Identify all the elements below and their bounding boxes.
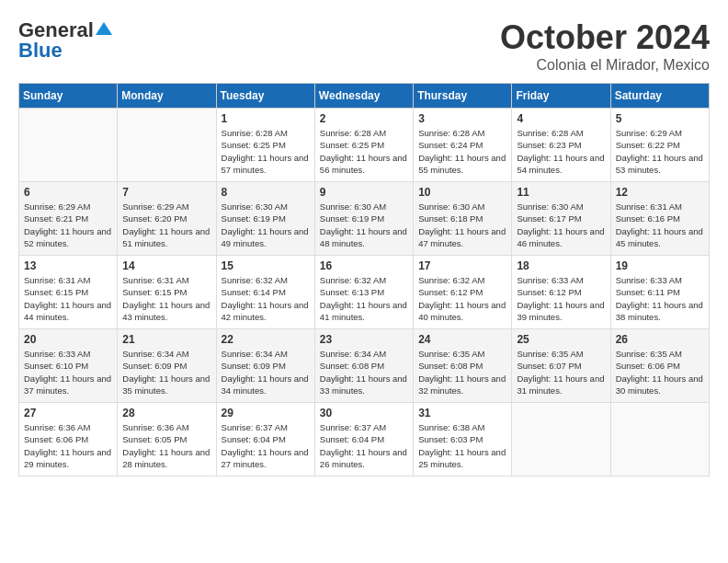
day-info: Sunrise: 6:36 AM Sunset: 6:06 PM Dayligh… (24, 421, 112, 470)
day-number: 20 (24, 333, 112, 346)
day-info: Sunrise: 6:28 AM Sunset: 6:25 PM Dayligh… (222, 127, 310, 176)
day-info: Sunrise: 6:32 AM Sunset: 6:14 PM Dayligh… (222, 274, 310, 323)
day-number: 21 (122, 333, 210, 346)
calendar-cell: 2Sunrise: 6:28 AM Sunset: 6:25 PM Daylig… (314, 109, 413, 182)
calendar-cell: 31Sunrise: 6:38 AM Sunset: 6:03 PM Dayli… (414, 403, 512, 477)
calendar-cell (118, 109, 216, 182)
calendar-table: SundayMondayTuesdayWednesdayThursdayFrid… (18, 83, 710, 477)
calendar-cell: 27Sunrise: 6:36 AM Sunset: 6:06 PM Dayli… (19, 403, 118, 477)
calendar-cell: 1Sunrise: 6:28 AM Sunset: 6:25 PM Daylig… (216, 109, 314, 182)
day-info: Sunrise: 6:37 AM Sunset: 6:04 PM Dayligh… (320, 421, 408, 470)
weekday-header-cell: Sunday (19, 84, 118, 109)
day-info: Sunrise: 6:32 AM Sunset: 6:13 PM Dayligh… (320, 274, 408, 323)
day-info: Sunrise: 6:35 AM Sunset: 6:08 PM Dayligh… (418, 348, 506, 396)
calendar-cell: 5Sunrise: 6:29 AM Sunset: 6:22 PM Daylig… (610, 109, 709, 182)
day-number: 28 (122, 407, 210, 419)
day-number: 12 (616, 186, 704, 199)
calendar-cell: 12Sunrise: 6:31 AM Sunset: 6:16 PM Dayli… (610, 182, 709, 256)
weekday-header-cell: Monday (118, 84, 216, 109)
day-number: 11 (517, 186, 605, 199)
day-number: 22 (222, 333, 310, 346)
day-number: 6 (24, 186, 112, 199)
calendar-cell: 22Sunrise: 6:34 AM Sunset: 6:09 PM Dayli… (216, 329, 314, 403)
day-number: 14 (122, 259, 210, 272)
page-header: General Blue October 2024 Colonia el Mir… (18, 18, 710, 74)
day-info: Sunrise: 6:28 AM Sunset: 6:25 PM Dayligh… (320, 127, 408, 176)
day-number: 25 (517, 333, 605, 346)
day-number: 30 (320, 407, 408, 419)
calendar-cell (610, 403, 709, 477)
calendar-body: 1Sunrise: 6:28 AM Sunset: 6:25 PM Daylig… (19, 109, 710, 477)
calendar-cell: 14Sunrise: 6:31 AM Sunset: 6:15 PM Dayli… (118, 256, 216, 329)
day-info: Sunrise: 6:32 AM Sunset: 6:12 PM Dayligh… (418, 274, 506, 323)
calendar-cell: 21Sunrise: 6:34 AM Sunset: 6:09 PM Dayli… (118, 329, 216, 403)
day-info: Sunrise: 6:37 AM Sunset: 6:04 PM Dayligh… (222, 421, 310, 470)
day-number: 19 (616, 259, 704, 272)
day-info: Sunrise: 6:29 AM Sunset: 6:20 PM Dayligh… (122, 201, 210, 249)
weekday-header-cell: Friday (512, 84, 610, 109)
day-info: Sunrise: 6:33 AM Sunset: 6:12 PM Dayligh… (517, 274, 605, 323)
calendar-week-row: 20Sunrise: 6:33 AM Sunset: 6:10 PM Dayli… (19, 329, 710, 403)
calendar-cell: 18Sunrise: 6:33 AM Sunset: 6:12 PM Dayli… (512, 256, 610, 329)
day-info: Sunrise: 6:30 AM Sunset: 6:18 PM Dayligh… (418, 201, 506, 249)
day-info: Sunrise: 6:29 AM Sunset: 6:22 PM Dayligh… (616, 127, 704, 176)
calendar-cell: 30Sunrise: 6:37 AM Sunset: 6:04 PM Dayli… (314, 403, 413, 477)
day-info: Sunrise: 6:30 AM Sunset: 6:19 PM Dayligh… (222, 201, 310, 249)
day-info: Sunrise: 6:38 AM Sunset: 6:03 PM Dayligh… (418, 421, 506, 470)
day-info: Sunrise: 6:31 AM Sunset: 6:15 PM Dayligh… (122, 274, 210, 323)
calendar-cell: 26Sunrise: 6:35 AM Sunset: 6:06 PM Dayli… (610, 329, 709, 403)
calendar-cell: 15Sunrise: 6:32 AM Sunset: 6:14 PM Dayli… (216, 256, 314, 329)
day-number: 5 (616, 112, 704, 125)
day-number: 29 (222, 407, 310, 419)
weekday-header-row: SundayMondayTuesdayWednesdayThursdayFrid… (19, 84, 710, 109)
calendar-cell: 13Sunrise: 6:31 AM Sunset: 6:15 PM Dayli… (19, 256, 118, 329)
weekday-header-cell: Tuesday (216, 84, 314, 109)
calendar-week-row: 13Sunrise: 6:31 AM Sunset: 6:15 PM Dayli… (19, 256, 710, 329)
day-info: Sunrise: 6:33 AM Sunset: 6:11 PM Dayligh… (616, 274, 704, 323)
day-number: 13 (24, 259, 112, 272)
svg-marker-0 (96, 22, 112, 35)
day-number: 8 (222, 186, 310, 199)
day-number: 15 (222, 259, 310, 272)
logo-icon (96, 20, 112, 37)
day-info: Sunrise: 6:35 AM Sunset: 6:06 PM Dayligh… (616, 348, 704, 396)
day-info: Sunrise: 6:34 AM Sunset: 6:09 PM Dayligh… (122, 348, 210, 396)
calendar-week-row: 1Sunrise: 6:28 AM Sunset: 6:25 PM Daylig… (19, 109, 710, 182)
calendar-cell: 4Sunrise: 6:28 AM Sunset: 6:23 PM Daylig… (512, 109, 610, 182)
day-number: 2 (320, 112, 408, 125)
weekday-header-cell: Saturday (610, 84, 709, 109)
day-number: 1 (222, 112, 310, 125)
day-info: Sunrise: 6:34 AM Sunset: 6:09 PM Dayligh… (222, 348, 310, 396)
title-area: October 2024 Colonia el Mirador, Mexico (500, 18, 710, 74)
day-number: 10 (418, 186, 506, 199)
calendar-cell: 17Sunrise: 6:32 AM Sunset: 6:12 PM Dayli… (414, 256, 512, 329)
calendar-cell: 23Sunrise: 6:34 AM Sunset: 6:08 PM Dayli… (314, 329, 413, 403)
day-info: Sunrise: 6:30 AM Sunset: 6:19 PM Dayligh… (320, 201, 408, 249)
logo-blue: Blue (18, 39, 63, 63)
day-info: Sunrise: 6:31 AM Sunset: 6:15 PM Dayligh… (24, 274, 112, 323)
day-number: 31 (418, 407, 506, 419)
calendar-cell (512, 403, 610, 477)
calendar-cell: 10Sunrise: 6:30 AM Sunset: 6:18 PM Dayli… (414, 182, 512, 256)
day-info: Sunrise: 6:28 AM Sunset: 6:23 PM Dayligh… (517, 127, 605, 176)
day-number: 17 (418, 259, 506, 272)
day-number: 24 (418, 333, 506, 346)
calendar-cell: 28Sunrise: 6:36 AM Sunset: 6:05 PM Dayli… (118, 403, 216, 477)
calendar-cell (19, 109, 118, 182)
calendar-week-row: 6Sunrise: 6:29 AM Sunset: 6:21 PM Daylig… (19, 182, 710, 256)
day-number: 4 (517, 112, 605, 125)
day-info: Sunrise: 6:28 AM Sunset: 6:24 PM Dayligh… (418, 127, 506, 176)
calendar-cell: 19Sunrise: 6:33 AM Sunset: 6:11 PM Dayli… (610, 256, 709, 329)
calendar-week-row: 27Sunrise: 6:36 AM Sunset: 6:06 PM Dayli… (19, 403, 710, 477)
calendar-cell: 8Sunrise: 6:30 AM Sunset: 6:19 PM Daylig… (216, 182, 314, 256)
calendar-cell: 29Sunrise: 6:37 AM Sunset: 6:04 PM Dayli… (216, 403, 314, 477)
calendar-cell: 3Sunrise: 6:28 AM Sunset: 6:24 PM Daylig… (414, 109, 512, 182)
weekday-header-cell: Wednesday (314, 84, 413, 109)
day-number: 27 (24, 407, 112, 419)
day-number: 3 (418, 112, 506, 125)
month-title: October 2024 (500, 18, 710, 57)
calendar-cell: 9Sunrise: 6:30 AM Sunset: 6:19 PM Daylig… (314, 182, 413, 256)
day-info: Sunrise: 6:30 AM Sunset: 6:17 PM Dayligh… (517, 201, 605, 249)
weekday-header-cell: Thursday (414, 84, 512, 109)
day-number: 26 (616, 333, 704, 346)
